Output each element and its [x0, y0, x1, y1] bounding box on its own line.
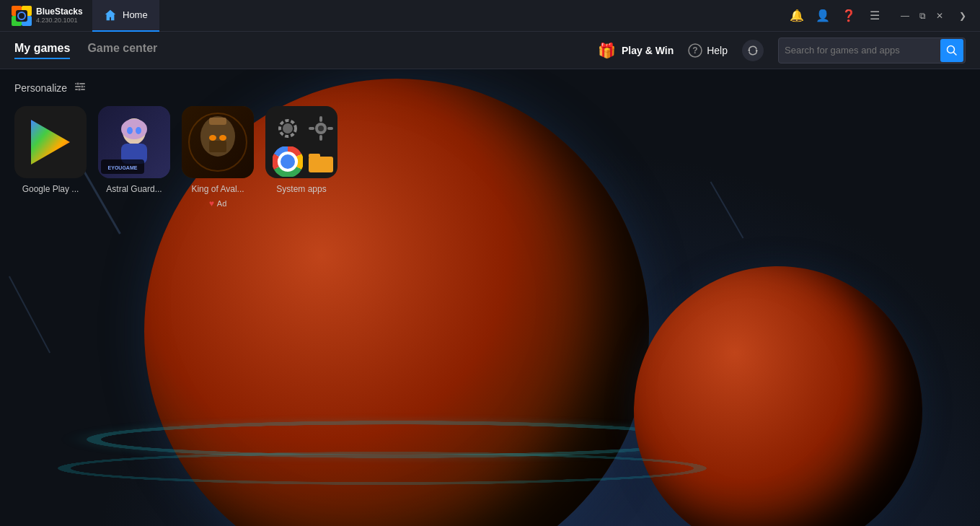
svg-rect-46: [309, 154, 320, 158]
svg-point-31: [219, 135, 226, 141]
refresh-button[interactable]: [742, 40, 764, 61]
personalize-icon[interactable]: [74, 81, 86, 95]
nav-bar: My games Game center 🎁 Play & Win ? Help: [0, 32, 980, 69]
svg-point-21: [121, 119, 147, 139]
close-button[interactable]: ✕: [934, 10, 945, 22]
app-item-king-of-aval[interactable]: King of Aval... ♥ Ad: [182, 106, 254, 209]
title-bar-right: 🔔 👤 ❓ ☰ — ⧉ ✕ ❯: [790, 9, 974, 23]
svg-rect-38: [319, 116, 322, 122]
help-icon[interactable]: ❓: [842, 9, 856, 23]
app-name-google-play: Google Play ...: [14, 184, 87, 196]
title-bar: BlueStacks 4.230.20.1001 Home 🔔 👤 ❓ ☰ — …: [0, 0, 980, 32]
help-label: Help: [707, 45, 728, 56]
tab-my-games[interactable]: My games: [14, 42, 70, 59]
content-layer: Personalize: [0, 69, 980, 526]
svg-point-15: [76, 82, 79, 85]
svg-rect-39: [319, 135, 322, 141]
main-content: Personalize: [0, 69, 980, 526]
window-controls: — ⧉ ✕: [899, 10, 945, 22]
help-button[interactable]: ? Help: [688, 43, 728, 58]
folder-icon: [306, 146, 336, 177]
svg-text:EYOUGAME: EYOUGAME: [108, 165, 138, 170]
refresh-icon: [747, 45, 759, 56]
minimize-button[interactable]: —: [899, 10, 911, 22]
gear-icon: [306, 113, 336, 144]
app-name-system-apps: System apps: [265, 184, 337, 196]
svg-point-37: [318, 126, 324, 131]
app-item-astral-guard[interactable]: EYOUGAME Astral Guard...: [98, 106, 170, 209]
account-icon[interactable]: 👤: [816, 9, 830, 23]
svg-rect-29: [209, 118, 226, 125]
app-name-astral-guard: Astral Guard...: [98, 184, 170, 196]
google-play-svg: [25, 117, 76, 167]
app-icon-google-play: [14, 106, 87, 178]
svg-point-30: [209, 135, 216, 141]
svg-rect-45: [309, 157, 333, 172]
svg-point-22: [127, 127, 133, 134]
astral-guard-svg: EYOUGAME: [98, 106, 170, 178]
app-item-google-play[interactable]: Google Play ...: [14, 106, 87, 209]
bluestacks-logo-icon: [12, 6, 32, 26]
svg-rect-32: [209, 141, 226, 152]
svg-rect-41: [327, 127, 333, 130]
search-input[interactable]: [785, 45, 937, 56]
section-header: Personalize: [14, 81, 966, 95]
app-version: 4.230.20.1001: [36, 17, 83, 25]
more-button[interactable]: ❯: [957, 10, 968, 22]
app-name: BlueStacks: [36, 6, 83, 17]
svg-point-44: [283, 157, 293, 167]
bluestacks-logo: BlueStacks 4.230.20.1001: [6, 6, 92, 26]
restore-button[interactable]: ⧉: [917, 10, 928, 22]
app-icon-astral-guard: EYOUGAME: [98, 106, 170, 178]
settings-icon: [273, 113, 303, 144]
svg-point-16: [81, 85, 84, 88]
chrome-icon: [273, 146, 303, 177]
heart-icon: ♥: [209, 198, 214, 209]
svg-line-11: [954, 52, 957, 55]
notification-icon[interactable]: 🔔: [790, 9, 804, 23]
apps-grid: Google Play ...: [14, 106, 966, 209]
menu-icon[interactable]: ☰: [868, 9, 882, 23]
ad-label: Ad: [217, 199, 226, 208]
svg-text:?: ?: [693, 45, 698, 56]
ad-badge: ♥ Ad: [209, 198, 227, 209]
nav-tabs: My games Game center: [14, 42, 598, 59]
app-name-king-of-aval: King of Aval...: [182, 184, 254, 196]
home-icon: [104, 9, 117, 22]
gift-icon: 🎁: [598, 42, 616, 59]
play-win-button[interactable]: 🎁 Play & Win: [598, 42, 674, 59]
home-tab-label: Home: [123, 9, 148, 20]
svg-point-23: [136, 127, 141, 134]
svg-point-17: [78, 88, 81, 91]
svg-marker-18: [31, 120, 70, 165]
app-item-system-apps[interactable]: System apps: [265, 106, 337, 209]
svg-rect-40: [309, 127, 314, 130]
nav-right: 🎁 Play & Win ? Help: [598, 38, 966, 63]
tab-game-center[interactable]: Game center: [87, 42, 157, 59]
svg-point-34: [283, 123, 293, 133]
search-bar: [778, 38, 966, 63]
search-icon: [946, 45, 958, 56]
section-title: Personalize: [14, 82, 67, 94]
app-icon-king-of-aval: [182, 106, 254, 178]
king-of-aval-svg: [182, 106, 254, 178]
help-circle-icon: ?: [688, 43, 702, 58]
home-tab[interactable]: Home: [92, 0, 159, 32]
play-win-label: Play & Win: [622, 45, 674, 56]
search-button[interactable]: [940, 39, 963, 62]
app-icon-system-apps: [265, 106, 337, 178]
